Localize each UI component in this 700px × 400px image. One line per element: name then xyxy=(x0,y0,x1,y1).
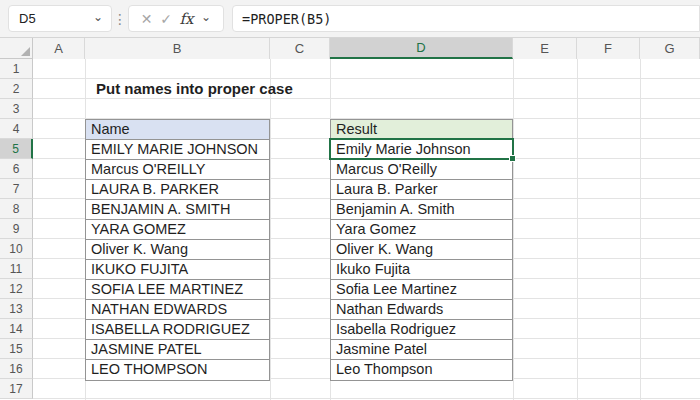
cell-B16[interactable]: LEO THOMPSON xyxy=(86,360,269,380)
column-header-F[interactable]: F xyxy=(577,38,640,59)
row-header-16[interactable]: 16 xyxy=(0,359,33,379)
select-all-button[interactable] xyxy=(0,38,33,59)
cancel-icon[interactable]: ✕ xyxy=(141,11,153,27)
row-header-10[interactable]: 10 xyxy=(0,239,33,259)
row-header-3[interactable]: 3 xyxy=(0,99,33,119)
row-header-12[interactable]: 12 xyxy=(0,279,33,299)
insert-function-fx-icon[interactable]: fx xyxy=(179,10,193,28)
row-header-1[interactable]: 1 xyxy=(0,59,33,79)
row-header-17[interactable]: 17 xyxy=(0,379,33,399)
row-header-8[interactable]: 8 xyxy=(0,199,33,219)
cell-D5[interactable]: Emily Marie Johnson xyxy=(331,140,512,160)
row-header-14[interactable]: 14 xyxy=(0,319,33,339)
row-header-15[interactable]: 15 xyxy=(0,339,33,359)
row-header-6[interactable]: 6 xyxy=(0,159,33,179)
result-table: Result Emily Marie JohnsonMarcus O'Reill… xyxy=(330,119,513,381)
cell-D14[interactable]: Isabella Rodriguez xyxy=(331,320,512,340)
row-header-4[interactable]: 4 xyxy=(0,119,33,139)
cell-B5[interactable]: EMILY MARIE JOHNSON xyxy=(86,140,269,160)
result-table-header[interactable]: Result xyxy=(331,120,512,140)
cell-B6[interactable]: Marcus O'REILLY xyxy=(86,160,269,180)
column-headers: ABCDEFG xyxy=(0,38,700,59)
cell-B12[interactable]: SOFIA LEE MARTINEZ xyxy=(86,280,269,300)
row-header-2[interactable]: 2 xyxy=(0,79,33,99)
cell-B14[interactable]: ISABELLA RODRIGUEZ xyxy=(86,320,269,340)
gridline xyxy=(270,59,271,400)
column-header-E[interactable]: E xyxy=(513,38,577,59)
cell-B7[interactable]: LAURA B. PARKER xyxy=(86,180,269,200)
column-header-G[interactable]: G xyxy=(640,38,700,59)
formula-text: =PROPER(B5) xyxy=(242,11,331,27)
chevron-down-icon[interactable]: ⌄ xyxy=(201,11,211,23)
gridline xyxy=(640,59,641,400)
cell-D12[interactable]: Sofia Lee Martinez xyxy=(331,280,512,300)
row-header-11[interactable]: 11 xyxy=(0,259,33,279)
cell-reference: D5 xyxy=(19,11,36,26)
select-all-triangle-icon xyxy=(21,47,30,56)
gridline xyxy=(577,59,578,400)
row-header-5[interactable]: 5 xyxy=(0,139,33,159)
cell-D16[interactable]: Leo Thompson xyxy=(331,360,512,380)
name-table: Name EMILY MARIE JOHNSONMarcus O'REILLYL… xyxy=(85,119,270,381)
cell-B11[interactable]: IKUKO FUJITA xyxy=(86,260,269,280)
column-header-B[interactable]: B xyxy=(85,38,270,59)
divider-dots-icon: ⋮ xyxy=(114,5,126,32)
cell-D13[interactable]: Nathan Edwards xyxy=(331,300,512,320)
row-header-9[interactable]: 9 xyxy=(0,219,33,239)
cell-B8[interactable]: BENJAMIN A. SMITH xyxy=(86,200,269,220)
cell-B9[interactable]: YARA GOMEZ xyxy=(86,220,269,240)
cell-B13[interactable]: NATHAN EDWARDS xyxy=(86,300,269,320)
cell-D10[interactable]: Oliver K. Wang xyxy=(331,240,512,260)
cell-D7[interactable]: Laura B. Parker xyxy=(331,180,512,200)
cell-B15[interactable]: JASMINE PATEL xyxy=(86,340,269,360)
name-box[interactable]: D5 ⌄ xyxy=(8,5,112,32)
gridline xyxy=(513,59,514,400)
fill-handle[interactable] xyxy=(509,155,516,162)
cell-D15[interactable]: Jasmine Patel xyxy=(331,340,512,360)
formula-bar: D5 ⌄ ⋮ ✕ ✓ fx ⌄ =PROPER(B5) xyxy=(0,0,700,38)
sheet-title[interactable]: Put names into proper case xyxy=(96,79,293,99)
row-header-13[interactable]: 13 xyxy=(0,299,33,319)
column-header-A[interactable]: A xyxy=(33,38,85,59)
column-header-C[interactable]: C xyxy=(270,38,330,59)
cell-D8[interactable]: Benjamin A. Smith xyxy=(331,200,512,220)
row-header-7[interactable]: 7 xyxy=(0,179,33,199)
formula-controls: ✕ ✓ fx ⌄ xyxy=(128,5,224,32)
column-header-D[interactable]: D xyxy=(330,38,513,59)
chevron-down-icon[interactable]: ⌄ xyxy=(93,11,103,23)
enter-icon[interactable]: ✓ xyxy=(160,11,172,27)
formula-input[interactable]: =PROPER(B5) xyxy=(232,5,700,32)
name-table-header[interactable]: Name xyxy=(86,120,269,140)
cell-B10[interactable]: Oliver K. Wang xyxy=(86,240,269,260)
cell-D6[interactable]: Marcus O'Reilly xyxy=(331,160,512,180)
cell-D11[interactable]: Ikuko Fujita xyxy=(331,260,512,280)
cell-D9[interactable]: Yara Gomez xyxy=(331,220,512,240)
